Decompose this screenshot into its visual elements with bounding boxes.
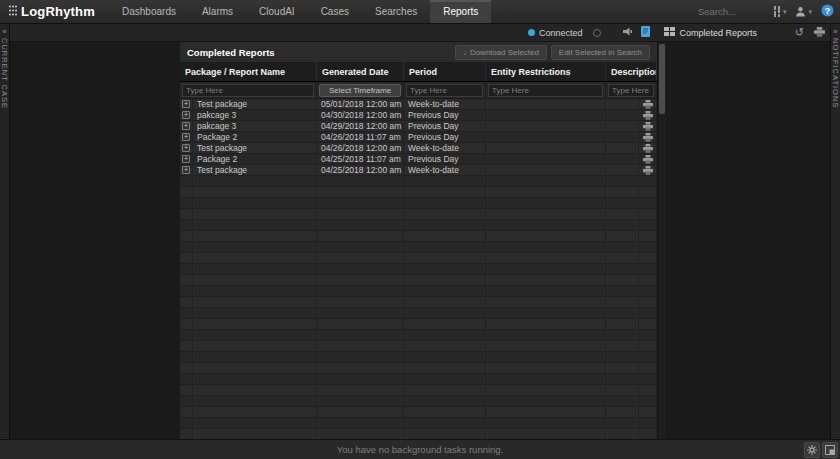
scrollbar-thumb[interactable] [659,44,665,114]
cell-entity-restrictions [486,154,606,164]
download-selected-button[interactable]: ↓ Download Selected [455,45,547,60]
chevron-down-icon: ▾ [783,8,787,16]
expand-row-button[interactable]: + [180,154,193,164]
column-header-generated-date[interactable]: Generated Date [317,62,404,81]
current-case-rail[interactable]: « CURRENT CASE [0,24,10,439]
print-report-button[interactable] [639,132,657,142]
select-timeframe-button[interactable]: Select Timeframe [319,84,401,97]
cell-entity-restrictions [486,110,606,120]
filter-entity-input[interactable] [488,84,603,97]
cell-package-name: Test package [193,99,317,109]
nav-item-cases[interactable]: Cases [308,0,362,23]
empty-cell [180,275,193,285]
empty-cell [639,308,657,318]
filter-name-input[interactable] [182,84,314,97]
cell-package-name: pakcage 3 [193,121,317,131]
search-options-button[interactable]: ▾ [773,3,787,21]
collapse-right-icon[interactable]: » [833,24,837,38]
empty-cell [317,374,404,384]
table-row[interactable]: +Test package04/25/2018 12:00 amWeek-to-… [180,165,657,176]
megaphone-icon[interactable] [623,27,633,38]
completed-reports-panel: Completed Reports ↓ Download Selected Ed… [180,42,657,439]
empty-cell [317,418,404,428]
empty-cell [486,352,606,362]
empty-cell [180,330,193,340]
table-row[interactable]: +pakcage 304/30/2018 12:00 amPrevious Da… [180,110,657,121]
collapse-left-icon[interactable]: « [2,24,6,38]
expand-row-button[interactable]: + [180,143,193,153]
print-report-button[interactable] [639,165,657,175]
empty-cell [317,286,404,296]
empty-cell [317,220,404,230]
empty-cell [404,220,486,230]
column-header-description[interactable]: Description [606,62,657,81]
cell-description [606,110,639,120]
nav-item-alarms[interactable]: Alarms [189,0,246,23]
table-row-empty [180,352,657,363]
empty-cell [606,330,639,340]
help-button[interactable]: ? [821,3,834,21]
column-header-period[interactable]: Period [404,62,486,81]
expand-row-button[interactable]: + [180,99,193,109]
print-report-button[interactable] [639,121,657,131]
cell-period: Previous Day [404,132,486,142]
download-selected-label: Download Selected [470,48,539,57]
table-row[interactable]: +Test package05/01/2018 12:00 amWeek-to-… [180,99,657,110]
empty-cell [180,396,193,406]
empty-cell [193,352,317,362]
empty-cell [486,297,606,307]
view-selector[interactable]: Completed Reports [664,27,758,38]
print-icon[interactable] [814,27,825,39]
nav-item-reports[interactable]: Reports [430,0,491,23]
table-row[interactable]: +Package 204/26/2018 11:07 amPrevious Da… [180,132,657,143]
empty-cell [193,176,317,186]
table-row[interactable]: +pakcage 304/29/2018 12:00 amPrevious Da… [180,121,657,132]
nav-item-dashboards[interactable]: Dashboards [109,0,189,23]
empty-cell [193,385,317,395]
empty-cell [317,363,404,373]
column-header-entity-restrictions[interactable]: Entity Restrictions [486,62,606,81]
expand-row-button[interactable]: + [180,165,193,175]
edit-selected-in-search-button[interactable]: Edit Selected in Search [551,45,650,60]
filter-period-input[interactable] [406,84,483,97]
empty-cell [486,418,606,428]
expand-row-button[interactable]: + [180,110,193,120]
empty-cell [486,187,606,197]
expand-row-button[interactable]: + [180,132,193,142]
notifications-rail[interactable]: » NOTIFICATIONS [830,24,840,439]
table-row[interactable]: +Test package04/26/2018 12:00 amWeek-to-… [180,143,657,154]
table-row[interactable]: +Package 204/25/2018 11:07 amPrevious Da… [180,154,657,165]
search-input[interactable] [698,6,764,17]
print-report-button[interactable] [639,154,657,164]
empty-cell [193,319,317,329]
print-report-button[interactable] [639,99,657,109]
plus-icon: + [182,155,190,163]
settings-button[interactable] [804,442,820,458]
report-doc-icon[interactable] [641,26,650,39]
nav-item-searches[interactable]: Searches [362,0,430,23]
empty-cell [180,297,193,307]
empty-cell [639,352,657,362]
expand-row-button[interactable]: + [180,121,193,131]
cell-description [606,121,639,131]
nav-item-cloudai[interactable]: CloudAI [246,0,308,23]
table-row-empty [180,330,657,341]
status-bar: You have no background tasks running. [0,439,840,459]
empty-cell [606,264,639,274]
table-row-empty [180,319,657,330]
cell-package-name: Package 2 [193,154,317,164]
dock-panel-button[interactable] [822,442,838,458]
column-header-package-name[interactable]: Package / Report Name [180,62,317,81]
empty-cell [404,385,486,395]
logrhythm-logo[interactable]: LogRhythm [0,0,109,23]
vertical-scrollbar[interactable] [657,42,666,439]
refresh-icon[interactable]: ↺ [795,27,804,38]
print-report-button[interactable] [639,143,657,153]
empty-cell [404,198,486,208]
user-menu-button[interactable]: ▾ [795,3,812,21]
empty-cell [639,330,657,340]
logrhythm-logo-text: LogRhythm [21,4,95,19]
print-report-button[interactable] [639,110,657,120]
filter-description-input[interactable] [608,84,654,97]
cell-entity-restrictions [486,143,606,153]
